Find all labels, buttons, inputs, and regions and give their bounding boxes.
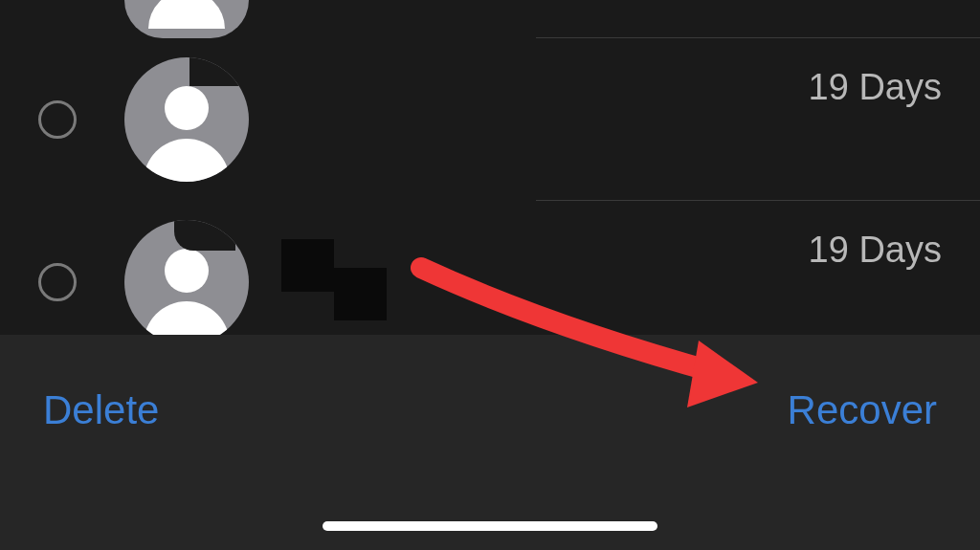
recover-button[interactable]: Recover — [788, 387, 937, 433]
redacted-content — [281, 239, 396, 325]
avatar-icon — [124, 220, 249, 344]
avatar-icon — [124, 0, 249, 38]
days-remaining-label: 19 Days — [809, 67, 942, 108]
contacts-list: 19 Days 19 Days — [0, 0, 980, 363]
avatar-icon — [124, 57, 249, 182]
days-remaining-label: 19 Days — [809, 230, 942, 271]
home-indicator[interactable] — [323, 521, 657, 531]
selection-checkbox[interactable] — [38, 263, 77, 301]
bottom-toolbar: Delete Recover — [0, 335, 980, 550]
selection-checkbox[interactable] — [38, 100, 77, 139]
list-item[interactable]: 19 Days — [0, 38, 980, 201]
delete-button[interactable]: Delete — [43, 387, 159, 433]
list-item[interactable] — [0, 0, 980, 38]
